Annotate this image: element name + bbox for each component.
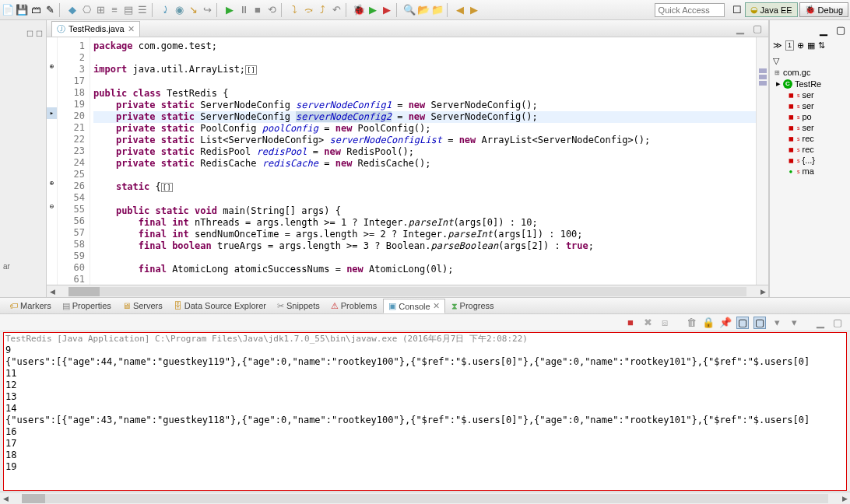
console-display-icon[interactable]: ▢ — [736, 317, 749, 329]
tab-progress[interactable]: ⧗Progress — [447, 299, 499, 313]
outline-item[interactable]: ◼sser — [773, 100, 847, 111]
outline-toggle-icon[interactable]: ≫ — [773, 40, 782, 51]
search-icon[interactable]: 🔍 — [403, 4, 416, 16]
perspective-debug-button[interactable]: 🐞 Debug — [799, 2, 848, 17]
tab-servers[interactable]: 🖥Servers — [118, 299, 167, 312]
quick-access-input[interactable] — [655, 3, 725, 17]
outline-item[interactable]: ▸CTestRe — [773, 78, 847, 89]
outline-item[interactable]: ◼srec — [773, 144, 847, 155]
outline-item[interactable]: ◼srec — [773, 133, 847, 144]
outline-item[interactable]: ◼sser — [773, 89, 847, 100]
tool-b-icon[interactable]: ⎔ — [80, 4, 93, 16]
minimize-editor-icon[interactable]: ▁ — [734, 23, 746, 35]
outline-item[interactable]: ●sma — [773, 166, 847, 177]
console-removeall-icon[interactable]: ⧇ — [659, 317, 671, 329]
outline-h2-icon[interactable]: ▦ — [807, 40, 815, 51]
console-line: 9 — [4, 345, 846, 356]
max-outline-icon[interactable]: ▢ — [834, 23, 847, 36]
console-line: 14 — [4, 403, 846, 415]
console-remove-icon[interactable]: ✖ — [641, 317, 654, 329]
editor-tab-testredis[interactable]: Ⓙ TestRedis.java ✕ — [51, 21, 140, 37]
outline-item[interactable]: ◼spo — [773, 111, 847, 122]
tool-a-icon[interactable]: ◆ — [66, 4, 79, 16]
console-line: 16 — [4, 426, 846, 438]
debug-perspective-icon: 🐞 — [805, 5, 816, 15]
console-show-icon[interactable]: ▢ — [753, 317, 766, 329]
code-area[interactable]: package com.gome.test; import java.util.… — [90, 37, 756, 285]
outline-expand[interactable]: ▽ — [773, 55, 847, 67]
editor-hscrollbar[interactable]: ◀▶ — [47, 285, 768, 297]
skip-icon[interactable]: ⤸ — [159, 4, 171, 16]
outline-h3-icon[interactable]: ⇅ — [818, 40, 825, 51]
ext-tools-icon[interactable]: ▶ — [381, 4, 393, 16]
run-icon[interactable]: ▶ — [367, 4, 379, 16]
new-icon[interactable]: 📄 — [2, 4, 14, 16]
static-field-icon: ◼ — [787, 145, 795, 153]
progress-icon: ⧗ — [451, 301, 458, 311]
tool-c-icon[interactable]: ⊞ — [94, 4, 107, 16]
console-stop-icon[interactable]: ■ — [624, 317, 637, 329]
outline-item[interactable]: ⊞com.gc — [773, 67, 847, 78]
tool-h-icon[interactable]: ↘ — [187, 4, 199, 16]
perspective-javaee-button[interactable]: ◒ Java EE — [745, 2, 798, 17]
outline-item[interactable]: ◼s{...} — [773, 155, 847, 166]
tab-close-icon[interactable]: ✕ — [433, 301, 440, 311]
overview-ruler[interactable] — [756, 37, 768, 285]
tab-properties[interactable]: ▤Properties — [58, 299, 116, 313]
markers-icon: 🏷 — [9, 301, 18, 310]
editor-body[interactable]: ⊕ ▸ ⊕ ⊖ 1 2 3 17 18 19 20 21 22 23 24 25… — [47, 37, 768, 285]
console-body[interactable]: TestRedis [Java Application] C:\Program … — [3, 332, 847, 491]
maximize-editor-icon[interactable]: ▢ — [751, 23, 764, 35]
outline-item[interactable]: ◼sser — [773, 122, 847, 133]
console-clear-icon[interactable]: 🗑 — [685, 317, 697, 329]
tab-snippets[interactable]: ✂Snippets — [272, 299, 325, 313]
console-toolbar: ■ ✖ ⧇ 🗑 🔒 📌 ▢ ▢ ▾ ▾ ▁ ▢ — [0, 314, 850, 331]
open-perspective-icon[interactable]: ☐ — [731, 4, 743, 16]
bottom-tab-bar: 🏷Markers ▤Properties 🖥Servers 🗄Data Sour… — [0, 297, 850, 314]
save-icon[interactable]: 💾 — [16, 4, 28, 16]
static-field-icon: ◼ — [787, 124, 795, 131]
problems-icon: ⚠ — [331, 301, 339, 311]
tab-problems[interactable]: ⚠Problems — [326, 299, 381, 313]
stop-icon[interactable]: ■ — [251, 4, 264, 16]
marker-ruler[interactable]: ⊕ ▸ ⊕ ⊖ — [47, 37, 58, 285]
console-max-icon[interactable]: ▢ — [831, 317, 844, 329]
console-line: 18 — [4, 450, 846, 461]
nav-b-icon[interactable]: 📁 — [431, 4, 444, 16]
left-label: ar — [0, 259, 46, 274]
console-scroll-lock-icon[interactable]: 🔒 — [702, 317, 715, 329]
tool-d-icon[interactable]: ≡ — [108, 4, 121, 16]
console-line: 12 — [4, 380, 846, 391]
console-min-icon[interactable]: ▁ — [814, 317, 827, 329]
resume-icon[interactable]: ▶ — [223, 4, 236, 16]
static-init-icon: ◼ — [787, 156, 795, 164]
outline-num-icon[interactable]: 1 — [785, 40, 794, 51]
minimized-view-a[interactable]: ☐ ☐ — [0, 26, 46, 41]
nav-a-icon[interactable]: 📂 — [417, 4, 430, 16]
min-outline-icon[interactable]: ▁ — [817, 23, 830, 36]
saveall-icon[interactable]: 🗃 — [30, 4, 42, 16]
outline-h1-icon[interactable]: ⊕ — [797, 40, 804, 51]
fwd-icon[interactable]: ▶ — [468, 4, 480, 16]
pause-icon[interactable]: ⏸ — [237, 4, 250, 16]
step-over-icon[interactable]: ⤼ — [302, 4, 314, 16]
tab-close-icon[interactable]: ✕ — [128, 24, 135, 34]
console-sel-icon[interactable]: ▾ — [771, 317, 783, 329]
step-return-icon[interactable]: ⤴ — [316, 4, 328, 16]
debug-icon[interactable]: 🐞 — [353, 4, 365, 16]
tool-g-icon[interactable]: ◉ — [173, 4, 185, 16]
tab-console[interactable]: ▣Console ✕ — [383, 299, 444, 313]
tool-e-icon[interactable]: ▤ — [122, 4, 135, 16]
back-icon[interactable]: ◀ — [454, 4, 466, 16]
tool-i-icon[interactable]: ↪ — [201, 4, 213, 16]
tab-dse[interactable]: 🗄Data Source Explorer — [169, 299, 271, 312]
console-pin-icon[interactable]: 📌 — [719, 317, 732, 329]
tool-f-icon[interactable]: ☰ — [136, 4, 149, 16]
wand-icon[interactable]: ✎ — [44, 4, 56, 16]
console-hscrollbar[interactable]: ◀▶ — [0, 492, 850, 504]
disconnect-icon[interactable]: ⟲ — [265, 4, 278, 16]
console-open-icon[interactable]: ▾ — [788, 317, 800, 329]
step-into-icon[interactable]: ⤵ — [288, 4, 300, 16]
tab-markers[interactable]: 🏷Markers — [5, 299, 56, 312]
drop-frame-icon[interactable]: ↶ — [330, 4, 342, 16]
